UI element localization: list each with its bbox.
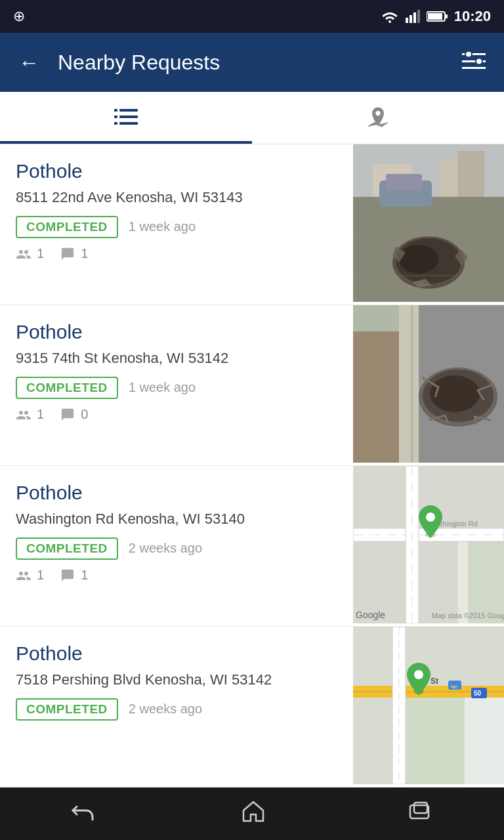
svg-rect-40 bbox=[411, 305, 413, 463]
item-address: Washington Rd Kenosha, WI 53140 bbox=[16, 509, 340, 530]
home-nav-button[interactable] bbox=[222, 793, 285, 834]
svg-rect-72 bbox=[410, 805, 429, 818]
signal-icon bbox=[406, 10, 420, 23]
requests-list: Pothole 8511 22nd Ave Kenosha, WI 53143 … bbox=[0, 144, 504, 788]
wifi-icon bbox=[381, 10, 399, 23]
item-image bbox=[353, 144, 504, 304]
svg-rect-42 bbox=[353, 466, 406, 528]
svg-point-71 bbox=[414, 670, 423, 679]
item-meta: 1 1 bbox=[16, 246, 340, 261]
item-image bbox=[353, 305, 504, 465]
svg-rect-22 bbox=[458, 151, 484, 197]
status-badge: COMPLETED bbox=[16, 216, 118, 238]
svg-rect-60 bbox=[406, 696, 465, 784]
item-content: Pothole 8511 22nd Ave Kenosha, WI 53143 … bbox=[0, 144, 353, 304]
svg-rect-5 bbox=[428, 13, 442, 20]
svg-text:50: 50 bbox=[474, 690, 482, 697]
list-item[interactable]: Pothole 8511 22nd Ave Kenosha, WI 53143 … bbox=[0, 144, 504, 305]
filter-button[interactable] bbox=[457, 47, 491, 78]
svg-point-53 bbox=[426, 513, 435, 522]
app-header: ← Nearby Requests bbox=[0, 33, 504, 92]
item-title: Pothole bbox=[16, 321, 340, 343]
tab-list[interactable] bbox=[0, 92, 252, 144]
supporters-icon bbox=[16, 408, 32, 421]
svg-text:Google: Google bbox=[356, 610, 385, 620]
recent-nav-button[interactable] bbox=[389, 795, 452, 833]
svg-rect-57 bbox=[353, 627, 392, 686]
comments-number: 0 bbox=[81, 407, 88, 422]
list-item[interactable]: Pothole Washington Rd Kenosha, WI 53140 … bbox=[0, 466, 504, 627]
svg-point-37 bbox=[430, 375, 480, 412]
svg-rect-25 bbox=[386, 174, 422, 190]
map-thumbnail: Washington Rd Google Map data ©2015 Goog… bbox=[353, 466, 504, 626]
item-status-row: COMPLETED 1 week ago bbox=[16, 216, 340, 238]
back-button[interactable]: ← bbox=[13, 45, 45, 80]
comments-icon bbox=[60, 247, 75, 260]
svg-point-28 bbox=[399, 245, 438, 274]
item-address: 7518 Pershing Blvd Kenosha, WI 53142 bbox=[16, 670, 340, 690]
map-thumbnail: 🚌 75th St 50 bbox=[353, 627, 504, 787]
supporters-icon bbox=[16, 247, 32, 260]
item-address: 9315 74th St Kenosha, WI 53142 bbox=[16, 348, 340, 369]
status-badge: COMPLETED bbox=[16, 698, 118, 721]
svg-rect-12 bbox=[119, 109, 138, 112]
supporters-count: 1 bbox=[16, 568, 44, 583]
svg-point-10 bbox=[465, 52, 472, 58]
supporters-number: 1 bbox=[37, 407, 44, 422]
status-badge: COMPLETED bbox=[16, 537, 118, 560]
back-nav-button[interactable] bbox=[52, 795, 117, 833]
supporters-number: 1 bbox=[37, 246, 44, 261]
item-address: 8511 22nd Ave Kenosha, WI 53143 bbox=[16, 188, 340, 208]
item-title: Pothole bbox=[16, 482, 340, 504]
svg-rect-2 bbox=[413, 12, 416, 23]
item-title: Pothole bbox=[16, 160, 340, 182]
time-ago: 2 weeks ago bbox=[129, 541, 202, 556]
status-badge: COMPLETED bbox=[16, 377, 118, 399]
svg-rect-73 bbox=[414, 803, 427, 813]
item-content: Pothole 7518 Pershing Blvd Kenosha, WI 5… bbox=[0, 627, 353, 787]
svg-rect-16 bbox=[114, 116, 117, 118]
supporters-number: 1 bbox=[37, 568, 44, 583]
system-icons: 10:20 bbox=[381, 8, 491, 25]
svg-text:Map data ©2015 Google: Map data ©2015 Google bbox=[432, 612, 504, 620]
item-title: Pothole bbox=[16, 642, 340, 665]
time-ago: 1 week ago bbox=[129, 380, 196, 395]
location-indicator: ⊕ bbox=[13, 8, 25, 25]
comments-count: 0 bbox=[60, 407, 88, 422]
status-time: 10:20 bbox=[454, 8, 491, 25]
item-content: Pothole Washington Rd Kenosha, WI 53140 … bbox=[0, 466, 353, 626]
svg-rect-1 bbox=[410, 15, 412, 23]
svg-rect-34 bbox=[399, 305, 419, 463]
status-bar: ⊕ 10:20 bbox=[0, 0, 504, 33]
tab-map[interactable] bbox=[252, 92, 504, 144]
svg-rect-3 bbox=[417, 10, 420, 23]
supporters-count: 1 bbox=[16, 407, 44, 422]
item-meta: 1 1 bbox=[16, 568, 340, 583]
item-status-row: COMPLETED 1 week ago bbox=[16, 377, 340, 399]
list-item[interactable]: Pothole 7518 Pershing Blvd Kenosha, WI 5… bbox=[0, 627, 504, 788]
comments-number: 1 bbox=[81, 568, 88, 583]
item-image: 🚌 75th St 50 bbox=[353, 627, 504, 787]
svg-rect-6 bbox=[445, 14, 448, 18]
svg-rect-59 bbox=[353, 696, 392, 784]
time-ago: 1 week ago bbox=[129, 219, 196, 234]
item-status-row: COMPLETED 2 weeks ago bbox=[16, 537, 340, 560]
comments-number: 1 bbox=[81, 246, 88, 261]
item-status-row: COMPLETED 2 weeks ago bbox=[16, 698, 340, 721]
page-title: Nearby Requests bbox=[58, 51, 457, 75]
view-toggle bbox=[0, 92, 504, 144]
list-item[interactable]: Pothole 9315 74th St Kenosha, WI 53142 C… bbox=[0, 305, 504, 466]
supporters-count: 1 bbox=[16, 246, 44, 261]
svg-rect-13 bbox=[119, 116, 138, 118]
comments-count: 1 bbox=[60, 568, 88, 583]
svg-rect-9 bbox=[462, 67, 486, 69]
svg-rect-14 bbox=[119, 122, 138, 125]
item-image: Washington Rd Google Map data ©2015 Goog… bbox=[353, 466, 504, 626]
supporters-icon bbox=[16, 568, 32, 581]
comments-icon bbox=[60, 568, 75, 581]
svg-rect-15 bbox=[114, 109, 117, 112]
comments-count: 1 bbox=[60, 246, 88, 261]
item-content: Pothole 9315 74th St Kenosha, WI 53142 C… bbox=[0, 305, 353, 465]
svg-rect-17 bbox=[114, 122, 117, 125]
time-ago: 2 weeks ago bbox=[129, 702, 202, 717]
